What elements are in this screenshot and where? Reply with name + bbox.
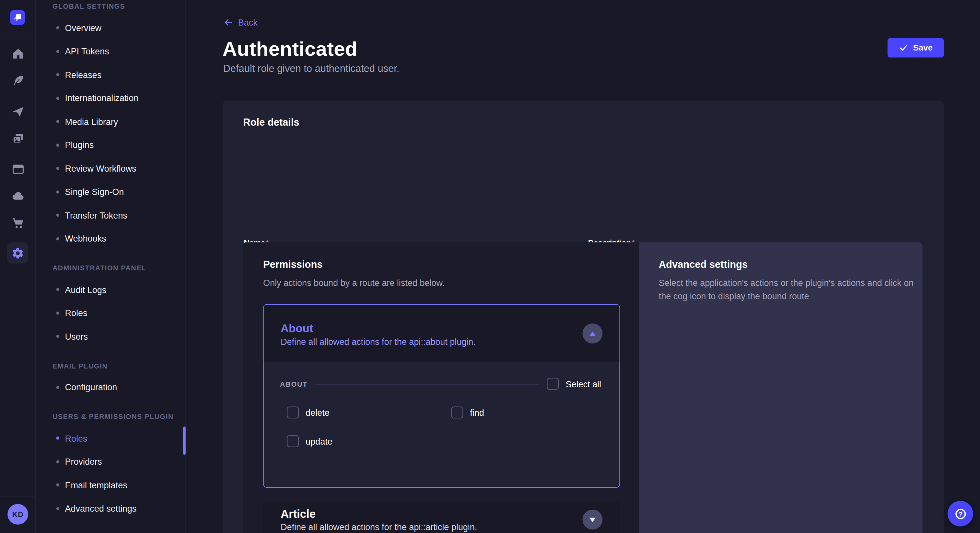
bullet-icon xyxy=(56,335,60,338)
sidebar-scrollbar-thumb[interactable] xyxy=(183,427,186,455)
bullet-icon xyxy=(56,50,60,53)
permission-row-delete: delete xyxy=(287,407,329,419)
sidebar-item-webhooks[interactable]: Webhooks xyxy=(36,227,185,250)
sidebar-item-label: Webhooks xyxy=(65,234,106,244)
sidebar-item-media-library[interactable]: Media Library xyxy=(36,110,185,133)
save-label: Save xyxy=(913,43,933,52)
bullet-icon xyxy=(56,311,60,315)
sidebar-item-releases[interactable]: Releases xyxy=(36,63,185,86)
sidebar-item-advanced-settings[interactable]: Advanced settings xyxy=(36,497,185,520)
rail-divider xyxy=(0,497,36,497)
advanced-settings-panel: Advanced settings Select the application… xyxy=(639,242,923,533)
permission-checkbox-find[interactable] xyxy=(451,407,463,419)
accordion-article-description: Define all allowed actions for the api::… xyxy=(281,522,477,532)
save-button[interactable]: Save xyxy=(888,38,944,58)
home-icon[interactable] xyxy=(11,46,25,61)
sidebar-item-audit-logs[interactable]: Audit Logs xyxy=(36,278,185,301)
sidebar-item-label: Email templates xyxy=(65,480,127,490)
sidebar-item-label: Plugins xyxy=(65,140,94,150)
icon-rail: KD xyxy=(0,0,36,533)
sidebar-item-label: Roles xyxy=(65,433,88,443)
strapi-logo[interactable] xyxy=(10,10,25,25)
sidebar-item-review-workflows[interactable]: Review Workflows xyxy=(36,157,185,180)
settings-icon[interactable] xyxy=(7,242,28,263)
avatar[interactable]: KD xyxy=(8,504,28,525)
chevron-up-icon xyxy=(590,331,596,336)
bullet-icon xyxy=(56,167,60,170)
advanced-settings-body: Select the application's actions or the … xyxy=(659,276,916,303)
sidebar-item-plugins[interactable]: Plugins xyxy=(36,133,185,157)
sidebar-item-overview[interactable]: Overview xyxy=(36,16,185,40)
role-details-title: Role details xyxy=(243,117,299,128)
sidebar-item-label: Configuration xyxy=(65,382,117,392)
back-link[interactable]: Back xyxy=(223,17,258,27)
sidebar-item-label: Advanced settings xyxy=(65,503,137,514)
role-details-card: Role details Name* Description* Default … xyxy=(223,101,944,533)
send-icon[interactable] xyxy=(11,104,25,119)
cart-icon[interactable] xyxy=(11,216,25,231)
sidebar-item-label: Overview xyxy=(65,23,102,33)
arrow-left-icon xyxy=(223,17,233,27)
cloud-icon[interactable] xyxy=(11,189,25,203)
feather-icon[interactable] xyxy=(11,74,25,89)
sidebar-item-single-sign-on[interactable]: Single Sign-On xyxy=(36,180,185,203)
layout-icon[interactable] xyxy=(11,162,25,177)
bullet-icon xyxy=(56,288,60,292)
accordion-about-header[interactable] xyxy=(264,305,619,362)
sidebar-nav: GLOBAL SETTINGSOverviewAPI TokensRelease… xyxy=(36,0,186,533)
sidebar-item-configuration[interactable]: Configuration xyxy=(36,376,185,399)
rail-divider xyxy=(0,36,36,36)
permission-checkbox-update[interactable] xyxy=(287,435,299,447)
accordion-about-description: Define all allowed actions for the api::… xyxy=(281,337,476,347)
accordion-about: About Define all allowed actions for the… xyxy=(263,304,620,488)
sidebar-item-label: Audit Logs xyxy=(65,285,107,295)
sidebar-section-users-permissions-plugin: USERS & PERMISSIONS PLUGIN xyxy=(52,412,185,422)
permission-checkbox-delete[interactable] xyxy=(287,407,299,419)
bullet-icon xyxy=(56,385,60,389)
sidebar-item-label: Media Library xyxy=(65,117,118,127)
bullet-icon xyxy=(56,190,60,194)
select-all-checkbox[interactable] xyxy=(547,378,559,390)
bullet-icon xyxy=(56,214,60,217)
sidebar-item-roles[interactable]: Roles xyxy=(36,427,185,450)
permission-label: update xyxy=(305,436,332,446)
bullet-icon xyxy=(56,460,60,463)
accordion-article[interactable]: Article Define all allowed actions for t… xyxy=(263,501,620,533)
sidebar-item-transfer-tokens[interactable]: Transfer Tokens xyxy=(36,204,185,227)
sidebar-item-roles[interactable]: Roles xyxy=(36,301,185,325)
sidebar-item-providers[interactable]: Providers xyxy=(36,450,185,473)
chevron-down-icon xyxy=(590,517,596,522)
sidebar-item-label: Roles xyxy=(65,308,88,318)
media-icon[interactable] xyxy=(11,131,25,146)
bullet-icon xyxy=(56,26,60,30)
sidebar-item-email-templates[interactable]: Email templates xyxy=(36,473,185,497)
sidebar-item-label: Releases xyxy=(65,70,102,80)
strapi-admin-page: KD GLOBAL SETTINGSOverviewAPI TokensRele… xyxy=(0,0,980,533)
bullet-icon xyxy=(56,484,60,487)
expand-toggle-button[interactable] xyxy=(582,510,603,530)
select-all-label: Select all xyxy=(565,379,601,389)
sidebar-item-api-tokens[interactable]: API Tokens xyxy=(36,40,185,63)
sidebar-item-label: Providers xyxy=(65,457,102,466)
sidebar-item-users[interactable]: Users xyxy=(36,325,185,348)
check-icon xyxy=(899,43,908,52)
permissions-title: Permissions xyxy=(263,259,323,270)
help-button[interactable]: ? xyxy=(948,501,973,527)
sidebar-item-label: Review Workflows xyxy=(65,163,137,174)
bullet-icon xyxy=(56,237,60,240)
sidebar-section-global-settings: GLOBAL SETTINGS xyxy=(52,1,185,11)
sidebar-item-label: API Tokens xyxy=(65,46,109,56)
bullet-icon xyxy=(56,143,60,147)
bullet-icon xyxy=(56,73,60,76)
collapse-toggle-button[interactable] xyxy=(582,324,603,344)
sidebar-item-internationalization[interactable]: Internationalization xyxy=(36,86,185,110)
sidebar-item-label: Single Sign-On xyxy=(65,187,124,197)
bullet-icon xyxy=(56,97,60,100)
accordion-article-title: Article xyxy=(281,508,316,521)
permission-row-find: find xyxy=(451,407,484,419)
sidebar-item-label: Transfer Tokens xyxy=(65,210,127,220)
permission-group-label: ABOUT xyxy=(280,381,307,388)
permissions-subtitle: Only actions bound by a route are listed… xyxy=(263,278,445,288)
back-label: Back xyxy=(238,17,258,27)
bullet-icon xyxy=(56,507,60,510)
